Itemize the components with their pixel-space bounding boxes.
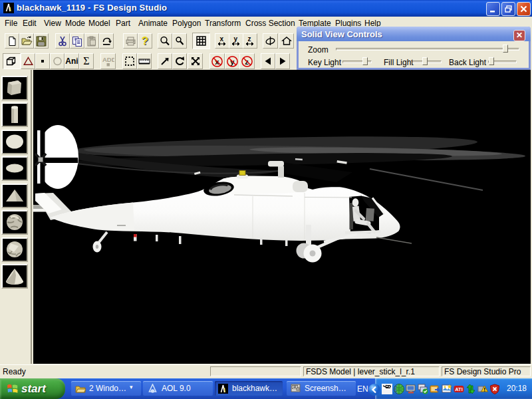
svg-text:x: x bbox=[220, 35, 224, 43]
svg-text:ATI: ATI bbox=[455, 386, 463, 392]
svg-text:z: z bbox=[248, 35, 251, 43]
svg-text:ADD: ADD bbox=[102, 56, 114, 63]
svg-text:y: y bbox=[234, 35, 238, 43]
